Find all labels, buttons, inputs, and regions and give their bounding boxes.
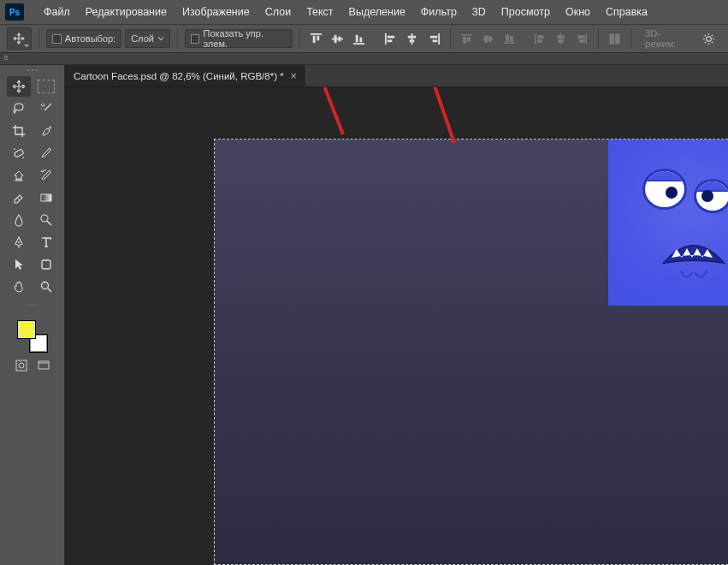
align-right-button[interactable]	[424, 29, 442, 48]
distribute-top-button[interactable]	[458, 29, 476, 48]
annotation-arrow-2	[420, 87, 463, 150]
menu-edit[interactable]: Редактирование	[78, 6, 175, 18]
menu-image[interactable]: Изображение	[175, 6, 257, 18]
svg-rect-26	[510, 36, 512, 41]
align-left-button[interactable]	[382, 29, 400, 48]
history-brush-tool[interactable]	[34, 165, 58, 186]
screenmode-toggle[interactable]	[38, 360, 50, 372]
menu-filter[interactable]: Фильтр	[413, 6, 465, 18]
show-transform-checkbox[interactable]: Показать упр. элем.	[185, 29, 293, 48]
menu-select[interactable]: Выделение	[341, 6, 413, 18]
menu-view[interactable]: Просмотр	[494, 6, 558, 18]
distribute-bottom-button[interactable]	[500, 29, 518, 48]
svg-rect-11	[388, 39, 393, 42]
svg-point-63	[19, 363, 24, 368]
magic-wand-tool[interactable]	[34, 98, 58, 119]
align-top-button[interactable]	[307, 29, 325, 48]
svg-point-53	[22, 158, 23, 158]
document-tab[interactable]: Cartoon Faces.psd @ 82,6% (Синий, RGB/8*…	[65, 65, 306, 86]
grip-icon: ⠿	[3, 55, 9, 62]
type-tool[interactable]	[34, 232, 58, 253]
svg-rect-4	[334, 34, 337, 42]
svg-rect-36	[610, 33, 614, 43]
auto-align-button[interactable]	[606, 29, 624, 48]
menu-help[interactable]: Справка	[598, 6, 655, 18]
svg-rect-17	[432, 39, 437, 42]
distribute-left-button[interactable]	[530, 29, 548, 48]
gradient-tool[interactable]	[34, 187, 58, 208]
menu-window[interactable]: Окно	[558, 6, 598, 18]
align-hcenter-button[interactable]	[403, 29, 421, 48]
checkbox-icon	[191, 34, 200, 44]
collapsed-panel-strip[interactable]: ⠿	[0, 53, 728, 65]
face-chin	[677, 270, 711, 283]
svg-rect-19	[463, 37, 465, 43]
toolbox-grip-icon[interactable]	[26, 68, 39, 74]
separator	[630, 28, 631, 49]
svg-rect-55	[41, 194, 51, 201]
svg-rect-31	[558, 35, 565, 38]
svg-rect-14	[410, 39, 415, 42]
shape-tool[interactable]	[34, 254, 58, 275]
autoselect-checkbox[interactable]: Автовыбор:	[46, 29, 121, 48]
move-tool[interactable]	[7, 76, 31, 97]
brush-tool[interactable]	[34, 143, 58, 164]
pen-tool[interactable]	[7, 232, 31, 253]
document-tab-bar: Cartoon Faces.psd @ 82,6% (Синий, RGB/8*…	[65, 65, 728, 87]
toolbox-more-icon[interactable]: ⋯	[28, 301, 36, 310]
document-area: Cartoon Faces.psd @ 82,6% (Синий, RGB/8*…	[65, 65, 728, 565]
spot-heal-tool[interactable]	[7, 143, 31, 164]
eyedropper-tool[interactable]	[34, 121, 58, 141]
color-swatches[interactable]	[15, 320, 50, 353]
marquee-tool[interactable]	[34, 76, 58, 97]
close-tab-icon[interactable]: ×	[291, 70, 297, 82]
menu-text[interactable]: Текст	[299, 6, 340, 18]
clone-stamp-tool[interactable]	[7, 165, 31, 186]
show-transform-label: Показать упр. элем.	[203, 28, 287, 49]
blur-tool[interactable]	[7, 210, 31, 230]
toolbox: ⋯	[0, 65, 65, 565]
current-tool-indicator[interactable]	[7, 27, 32, 50]
crop-tool[interactable]	[7, 121, 31, 141]
svg-rect-62	[16, 360, 27, 371]
menu-file[interactable]: Файл	[36, 6, 78, 18]
menu-layers[interactable]: Слои	[257, 6, 299, 18]
hand-tool[interactable]	[7, 277, 31, 297]
options-gear-button[interactable]	[700, 29, 718, 48]
dodge-tool[interactable]	[34, 210, 58, 230]
svg-line-45	[705, 41, 706, 42]
align-vcenter-button[interactable]	[328, 29, 346, 48]
svg-rect-7	[356, 34, 358, 41]
distribute-right-button[interactable]	[573, 29, 591, 48]
annotation-arrow-1	[309, 87, 352, 141]
distribute-hcenter-button[interactable]	[552, 29, 570, 48]
svg-rect-8	[360, 37, 363, 42]
face-eye-left	[642, 169, 687, 210]
quickmask-toggle[interactable]	[15, 360, 27, 372]
menu-3d[interactable]: 3D	[465, 6, 494, 18]
eraser-tool[interactable]	[7, 187, 31, 208]
lasso-tool[interactable]	[7, 98, 31, 119]
separator	[177, 28, 178, 49]
svg-rect-25	[506, 34, 509, 41]
canvas[interactable]	[65, 87, 728, 565]
checkbox-icon	[52, 34, 62, 44]
svg-rect-34	[578, 35, 585, 38]
autoselect-target-dropdown[interactable]: Слой	[125, 29, 170, 48]
separator	[38, 28, 39, 49]
svg-rect-35	[580, 39, 585, 42]
autoselect-label: Автовыбор:	[65, 33, 115, 44]
svg-line-57	[47, 221, 51, 225]
path-select-tool[interactable]	[7, 254, 31, 275]
menu-bar: Ps Файл Редактирование Изображение Слои …	[0, 0, 728, 24]
align-bottom-button[interactable]	[350, 29, 368, 48]
svg-point-58	[18, 241, 20, 243]
foreground-color-swatch[interactable]	[17, 320, 36, 339]
distribute-vcenter-button[interactable]	[479, 29, 497, 48]
svg-point-49	[36, 69, 38, 71]
svg-line-43	[705, 34, 706, 35]
svg-rect-5	[339, 36, 341, 41]
svg-rect-29	[537, 39, 542, 42]
svg-rect-16	[429, 35, 436, 38]
zoom-tool[interactable]	[34, 277, 58, 297]
